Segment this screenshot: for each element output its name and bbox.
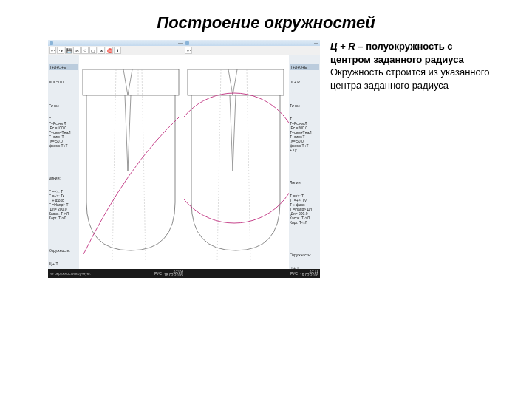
desc-term: Ц + R [330,41,355,52]
circle-title: Окружность: [49,248,78,253]
screenshot-pair: — ↶ ↷ 💾 ✂ ○ ▢ ✕ ⛔ ℹ Т+Л+О+Е Ш = 50.0 Точ… [48,40,320,284]
tool-undo[interactable]: ↶ [185,47,192,54]
taskbar-hint: ие окружности вручную. [50,272,91,276]
points-list[interactable]: Т Т+Рс на Л Рс =200.0 Т+сим+ТнаЛ Т+сим+Т… [290,117,319,152]
tool-stop[interactable]: ⛔ [106,47,113,54]
taskbar-1: ие окружности вручную. РУС 23:0918.02.20… [48,269,184,278]
toolbar-1: ↶ ↷ 💾 ✂ ○ ▢ ✕ ⛔ ℹ [48,46,184,55]
toolbar-2: ↶ [184,46,320,55]
side-panel-1: Т+Л+О+Е Ш = 50.0 Точки: Т Т+Рс на Л Рс =… [48,55,79,269]
points-title: Точки: [49,103,78,108]
tool-cut[interactable]: ✂ [73,47,81,54]
tool-undo[interactable]: ↶ [49,47,56,54]
tool-delete[interactable]: ✕ [98,47,105,54]
tool-info[interactable]: ℹ [114,47,121,54]
tool-circle[interactable]: ○ [81,47,89,54]
circle-opt-1[interactable]: Ц + Т [49,262,78,266]
svg-line-5 [217,69,221,262]
svg-rect-0 [83,69,179,95]
description-text: Ц + R – полуокружность с центром заданно… [320,40,490,284]
taskbar-clock: 23:0918.02.2016 [164,270,183,277]
svg-line-1 [112,69,116,262]
page-title: Построение окружностей [0,0,532,40]
svg-line-2 [142,69,146,262]
desc-body: Окружность строится из указанного центра… [330,66,489,91]
app-icon [185,41,189,45]
lines-list[interactable]: Т ==>: Т Т =+>: Тк Т + фокс Т =Напр> Т Д… [49,189,78,220]
points-title: Точки: [290,103,319,108]
drawing-canvas-2[interactable] [184,55,289,269]
minimize-icon[interactable]: — [178,41,183,45]
tool-redo[interactable]: ↷ [57,47,64,54]
taskbar-2: РУС 23:1119.02.2016 [184,269,320,278]
tool-save[interactable]: 💾 [65,47,72,54]
taskbar-clock: 23:1119.02.2016 [300,270,318,277]
app-window-1: — ↶ ↷ 💾 ✂ ○ ▢ ✕ ⛔ ℹ Т+Л+О+Е Ш = 50.0 Точ… [48,40,184,284]
tool-square[interactable]: ▢ [89,47,97,54]
panel-subheader: Ш + R [290,80,319,84]
titlebar-2: — [184,40,320,46]
taskbar-lang[interactable]: РУС [290,272,298,276]
lines-title: Линии: [49,176,78,180]
circle-title: Окружность: [290,253,319,257]
lines-list[interactable]: Т ==>: Т Т =+>: Ту Т + фокс Т =Напр> Дл … [290,194,319,225]
svg-rect-4 [188,69,284,95]
panel-header[interactable]: Т+Л+О+Е [290,64,319,70]
taskbar-lang[interactable]: РУС [154,272,162,276]
points-list[interactable]: Т Т+Рс на Л Рс =100.0 Т+сим+ТнаЛ Т+сим+Т… [49,117,78,148]
side-panel-2: Т+Л+О+Е Ш + R Точки: Т Т+Рс на Л Рс =200… [289,55,320,269]
app-window-2: — ↶ Т+Л+О+Е [184,40,320,284]
panel-subheader: Ш = 50.0 [49,80,78,84]
svg-point-7 [184,93,289,223]
minimize-icon[interactable]: — [314,41,318,45]
panel-header[interactable]: Т+Л+О+Е [49,64,78,70]
svg-line-6 [247,69,250,262]
titlebar-1: — [48,40,184,46]
drawing-canvas-1[interactable] [79,55,184,269]
lines-title: Линии: [290,180,319,185]
app-icon [50,41,53,45]
